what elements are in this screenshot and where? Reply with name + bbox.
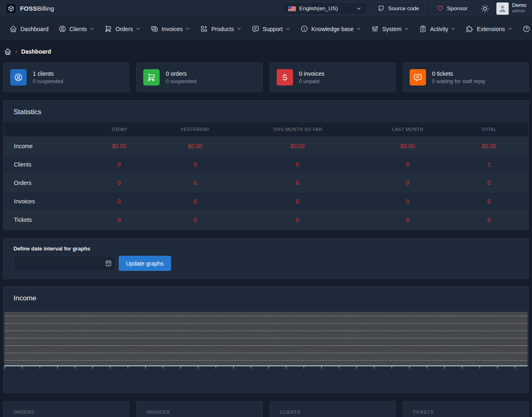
stat-card-text: 1 clients 0 suspended bbox=[33, 70, 63, 84]
nav-label: Products bbox=[211, 26, 234, 32]
nav-item-orders[interactable]: Orders bbox=[100, 22, 145, 36]
clients-card-title: Clients bbox=[280, 410, 385, 415]
avatar bbox=[496, 2, 509, 15]
stat-cell: $0.00 bbox=[366, 137, 450, 155]
user-role: admin bbox=[512, 8, 526, 14]
user-circle-icon bbox=[10, 69, 27, 86]
stat-subtitle: 0 suspended bbox=[166, 78, 196, 84]
table-row-invoices: Invoices 0 0 0 0 0 bbox=[4, 192, 528, 210]
stat-cell: 0 bbox=[161, 155, 230, 174]
us-flag-icon bbox=[288, 6, 296, 11]
theme-toggle-sun-icon[interactable] bbox=[480, 4, 489, 13]
breadcrumb: / Dashboard bbox=[4, 48, 528, 55]
stat-cell: 0 bbox=[450, 192, 528, 210]
brand-regular: Billing bbox=[37, 5, 54, 12]
message-icon bbox=[410, 69, 426, 86]
tickets-card: Tickets bbox=[403, 401, 529, 417]
topbar-actions: English(en_US) Source code Sponsor bbox=[284, 2, 526, 15]
github-icon bbox=[378, 5, 385, 12]
stat-cell: 0 bbox=[161, 192, 230, 210]
breadcrumb-current: Dashboard bbox=[21, 48, 51, 55]
income-chart-plot-area bbox=[5, 312, 527, 366]
column-header-yesterday: Yesterday bbox=[161, 122, 230, 137]
chevron-down-icon bbox=[185, 26, 190, 32]
nav-label: Support bbox=[263, 26, 283, 32]
stat-cell: 0 bbox=[450, 174, 528, 192]
clients-card: Clients bbox=[270, 401, 396, 417]
nav-label: Extensions bbox=[477, 26, 505, 32]
user-text: Demo admin bbox=[512, 2, 526, 14]
graph-interval-card: Define date interval for graphs Update g… bbox=[3, 238, 529, 279]
stat-cell: 0 bbox=[77, 174, 161, 192]
row-label: Tickets bbox=[4, 210, 77, 229]
nav-label: Clients bbox=[70, 26, 87, 32]
stat-cell: 0 bbox=[366, 210, 450, 229]
stat-cell: 0 bbox=[366, 174, 450, 192]
stat-card-clients[interactable]: 1 clients 0 suspended bbox=[3, 63, 129, 92]
nav-item-clients[interactable]: Clients bbox=[54, 22, 99, 36]
user-menu[interactable]: Demo admin bbox=[496, 2, 526, 15]
main-nav: Dashboard Clients Orders Invoices Produc… bbox=[0, 17, 532, 41]
home-icon[interactable] bbox=[4, 48, 11, 55]
shopping-cart-icon bbox=[143, 69, 160, 86]
stat-card-tickets[interactable]: 0 tickets 0 waiting for staff reply bbox=[403, 63, 529, 92]
column-header-last-month: Last month bbox=[366, 122, 450, 137]
stat-subtitle: 0 suspended bbox=[33, 78, 63, 84]
chevron-down-icon bbox=[135, 26, 141, 32]
stat-title: 0 tickets bbox=[432, 70, 485, 77]
brand-logo-link[interactable]: FOSSBilling bbox=[6, 3, 54, 14]
row-label: Income bbox=[4, 137, 77, 155]
fossbilling-cube-icon bbox=[6, 3, 16, 14]
date-input-wrap bbox=[14, 256, 116, 271]
puzzle-icon bbox=[466, 25, 473, 33]
bottom-card-row: Orders Invoices Clients Tickets bbox=[3, 401, 529, 417]
apps-grid-icon bbox=[200, 25, 208, 33]
orders-card-title: Orders bbox=[14, 410, 119, 415]
nav-item-help[interactable]: Help bbox=[518, 22, 532, 36]
date-interval-input[interactable] bbox=[14, 256, 116, 271]
stat-cell: $0.00 bbox=[77, 137, 161, 155]
user-name: Demo bbox=[512, 2, 526, 9]
stat-cell: 0 bbox=[77, 155, 161, 174]
chevron-down-icon bbox=[356, 26, 361, 32]
nav-item-invoices[interactable]: Invoices bbox=[146, 22, 195, 36]
nav-item-products[interactable]: Products bbox=[196, 22, 246, 36]
income-chart-x-axis-ticks bbox=[5, 366, 527, 369]
brand-name: FOSSBilling bbox=[20, 5, 54, 12]
language-select[interactable]: English(en_US) bbox=[284, 2, 366, 15]
top-bar: FOSSBilling English(en_US) Source code bbox=[0, 0, 532, 17]
adjustments-icon bbox=[371, 25, 379, 33]
nav-item-system[interactable]: System bbox=[367, 22, 414, 36]
nav-item-extensions[interactable]: Extensions bbox=[461, 22, 517, 36]
stat-card-orders[interactable]: 0 orders 0 suspended bbox=[136, 63, 262, 92]
stat-card-invoices[interactable]: 0 invoices 0 unpaid bbox=[270, 63, 396, 92]
statistics-table: Today Yesterday This month so far Last m… bbox=[4, 122, 528, 229]
calendar-icon[interactable] bbox=[105, 259, 112, 267]
chevron-down-icon bbox=[89, 26, 95, 32]
nav-item-support[interactable]: Support bbox=[247, 22, 295, 36]
nav-item-dashboard[interactable]: Dashboard bbox=[5, 22, 53, 36]
stat-cell: 0 bbox=[366, 155, 450, 174]
stat-cell: 1 bbox=[450, 155, 528, 174]
stat-cell: 0 bbox=[77, 192, 161, 210]
chevron-down-icon bbox=[507, 26, 513, 32]
shopping-cart-icon bbox=[104, 25, 112, 33]
stat-cell: 0 bbox=[366, 192, 450, 210]
stat-card-text: 0 invoices 0 unpaid bbox=[299, 70, 325, 84]
stat-title: 1 clients bbox=[33, 70, 63, 77]
nav-label: Invoices bbox=[162, 26, 183, 32]
nav-item-knowledge-base[interactable]: Knowledge base bbox=[296, 22, 366, 36]
breadcrumb-separator: / bbox=[16, 49, 17, 55]
sponsor-button[interactable]: Sponsor bbox=[431, 2, 473, 15]
nav-item-activity[interactable]: Activity bbox=[415, 22, 460, 36]
nav-label: Activity bbox=[430, 26, 448, 32]
update-graphs-button[interactable]: Update graphs bbox=[119, 256, 171, 271]
source-code-button[interactable]: Source code bbox=[372, 2, 425, 15]
stat-cell: 0 bbox=[77, 210, 161, 229]
column-header-total: Total bbox=[450, 122, 528, 137]
chevron-down-icon bbox=[404, 26, 409, 32]
column-header-this-month: This month so far bbox=[229, 122, 365, 137]
stat-cell: 0 bbox=[229, 155, 365, 174]
invoices-card: Invoices bbox=[136, 401, 262, 417]
income-chart bbox=[5, 312, 527, 369]
